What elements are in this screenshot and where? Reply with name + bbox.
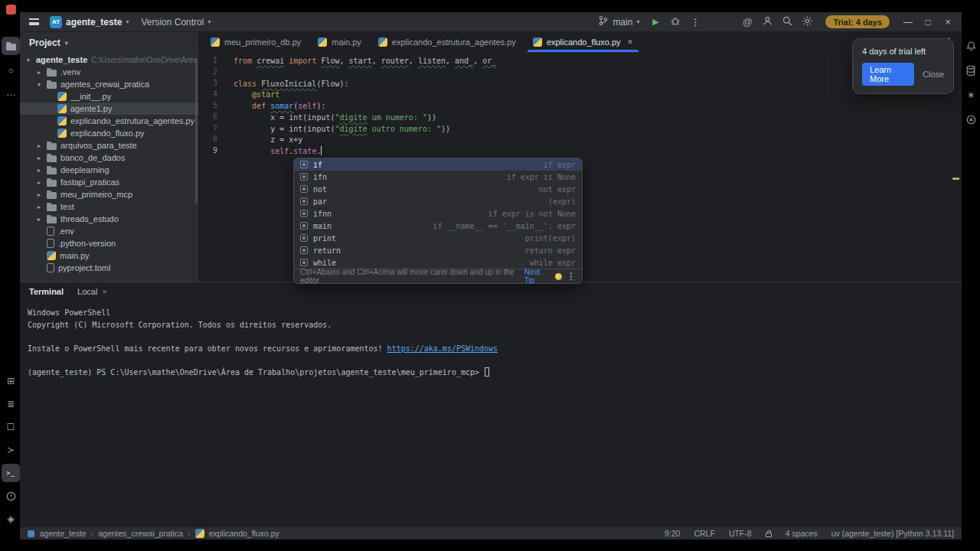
minimize-button[interactable]: — — [899, 14, 917, 31]
line-number[interactable]: 8 — [199, 135, 217, 146]
run-button[interactable]: ▶ — [646, 14, 665, 31]
tree-item-agente1.py[interactable]: agente1.py — [20, 103, 198, 115]
code-with-me-button[interactable] — [758, 14, 776, 31]
tree-item-main.py[interactable]: main.py — [20, 249, 198, 262]
line-number[interactable]: 5 — [199, 101, 217, 112]
kebab-icon[interactable]: ⋮ — [567, 271, 576, 282]
main-menu-button[interactable] — [24, 14, 43, 31]
code-line[interactable]: x = int(input("digite um numero: ")) — [234, 112, 496, 124]
vcs-widget[interactable]: Version Control ▾ — [136, 14, 216, 31]
statusbar-widget-icon[interactable] — [28, 530, 34, 537]
tab-meu_primeiro_db.py[interactable]: meu_primeiro_db.py — [202, 32, 309, 52]
tree-item-agentes_crewai_pratica[interactable]: ▾agentes_crewai_pratica — [20, 78, 198, 90]
tree-item-.venv[interactable]: ▸.venv — [20, 66, 198, 78]
settings-button[interactable] — [798, 14, 816, 31]
inspection-marker[interactable] — [952, 178, 959, 180]
tree-item-threads_estudo[interactable]: ▸threads_estudo — [20, 213, 198, 225]
completion-item-not[interactable]: notnot expr — [294, 183, 582, 195]
project-icon[interactable] — [2, 37, 20, 55]
status-indent[interactable]: 4 spaces — [786, 529, 818, 538]
tab-explicando_estrutura_agentes.py[interactable]: explicando_estrutura_agentes.py — [370, 32, 524, 52]
debug-button[interactable] — [666, 14, 684, 31]
completion-item-if[interactable]: ifif expr — [294, 158, 582, 171]
database-icon[interactable] — [962, 61, 980, 80]
line-number[interactable]: 3 — [199, 79, 217, 90]
breadcrumb-item-explicando_fluxo.py[interactable]: explicando_fluxo.py — [209, 529, 279, 538]
close-trial-popup-button[interactable]: Close — [923, 70, 944, 79]
python-console-icon[interactable]: ≻ — [2, 441, 20, 459]
terminal-link[interactable]: https://aka.ms/PSWindows — [387, 344, 498, 353]
tree-item-pyproject.toml[interactable]: pyproject.toml — [20, 262, 198, 274]
bookmarks-icon[interactable]: ☐ — [2, 418, 20, 436]
commit-icon[interactable]: ○ — [2, 61, 20, 80]
project-widget[interactable]: AT agente_teste ▾ — [44, 14, 134, 31]
status-cursor-position[interactable]: 9:20 — [665, 529, 680, 538]
line-number[interactable]: 2 — [199, 67, 217, 79]
code-line[interactable]: y = int(input("digite outro numero: ")) — [234, 124, 496, 135]
tree-item-arquivos_para_teste[interactable]: ▸arquivos_para_teste — [20, 139, 198, 152]
search-everywhere-button[interactable] — [778, 14, 796, 31]
tree-item-fastapi_praticas[interactable]: ▸fastapi_praticas — [20, 176, 198, 188]
code-line[interactable]: @start — [234, 90, 496, 101]
python-packages-icon[interactable]: ⊞ — [2, 372, 20, 390]
tree-item-.env[interactable]: .env — [20, 225, 198, 237]
code-line[interactable]: self.state. — [234, 146, 496, 158]
tree-item-__init__.py[interactable]: __init__.py — [20, 90, 198, 103]
line-number[interactable]: 9 — [199, 146, 217, 158]
code-line[interactable] — [234, 67, 496, 79]
more-tool-windows-icon[interactable]: ⋯ — [2, 86, 20, 104]
close-icon[interactable]: × — [102, 287, 106, 296]
completion-item-print[interactable]: printprint(expr) — [294, 232, 582, 244]
line-number[interactable]: 6 — [199, 112, 217, 124]
status-encoding[interactable]: UTF-8 — [729, 529, 752, 538]
code-line[interactable]: class FluxoInicial(Flow): — [234, 79, 496, 90]
tree-item-test[interactable]: ▸test — [20, 201, 198, 213]
tree-item-explicando_fluxo.py[interactable]: explicando_fluxo.py — [20, 127, 198, 139]
close-button[interactable]: × — [939, 14, 957, 31]
breadcrumb-item-agente_teste[interactable]: agente_teste — [40, 529, 87, 538]
line-number[interactable]: 4 — [199, 90, 217, 101]
learn-more-button[interactable]: Learn More — [862, 63, 914, 86]
completion-item-main[interactable]: mainif __name__ == '__main__': expr — [294, 220, 582, 232]
code-line[interactable]: from crewai import Flow, start, router, … — [234, 56, 496, 67]
tree-item-.python-version[interactable]: .python-version — [20, 237, 198, 249]
more-actions-button[interactable]: ⋮ — [686, 14, 704, 31]
project-scrollbar[interactable] — [195, 58, 198, 204]
status-interpreter[interactable]: uv (agente_teste) [Python 3.13.11] — [831, 529, 954, 538]
tree-item-agente_teste[interactable]: ▾agente_testeC:\Users\mathe\OneDrive\Áre… — [20, 54, 198, 66]
tree-item-explicando_estrutura_agentes.py[interactable]: explicando_estrutura_agentes.py — [20, 115, 198, 127]
line-number[interactable]: 7 — [199, 124, 217, 135]
ai-assistant-icon[interactable]: ∗ — [962, 86, 980, 104]
next-tip-link[interactable]: Next Tip — [524, 268, 550, 284]
tree-item-banco_de_dados[interactable]: ▸banco_de_dados — [20, 152, 198, 164]
terminal-icon[interactable]: >_ — [2, 464, 20, 482]
line-number[interactable]: 1 — [199, 56, 217, 67]
learn-features-icon[interactable] — [962, 110, 980, 129]
terminal-tab-local[interactable]: Local × — [77, 287, 107, 296]
code-area[interactable]: from crewai import Flow, start, router, … — [234, 56, 496, 158]
ai-button[interactable]: @ — [738, 14, 756, 31]
completion-item-ifnn[interactable]: ifnnif expr is not None — [294, 207, 582, 220]
trial-badge[interactable]: Trial: 4 days — [825, 15, 890, 28]
structure-icon[interactable]: ≣ — [2, 395, 20, 413]
completion-item-return[interactable]: returnreturn expr — [294, 244, 582, 256]
services-icon[interactable]: ◈ — [2, 510, 20, 528]
tree-item-deeplearning[interactable]: ▸deeplearning — [20, 164, 198, 176]
terminal-output[interactable]: Windows PowerShellCopyright (C) Microsof… — [20, 301, 962, 384]
lock-icon[interactable] — [766, 533, 772, 537]
notifications-icon[interactable] — [962, 37, 980, 55]
code-line[interactable]: def somar(self): — [234, 101, 496, 112]
tree-item-meu_primeiro_mcp[interactable]: ▸meu_primeiro_mcp — [20, 188, 198, 201]
tab-main.py[interactable]: main.py — [309, 32, 370, 52]
close-icon[interactable]: × — [628, 37, 633, 47]
maximize-button[interactable]: □ — [919, 14, 937, 31]
status-line-separator[interactable]: CRLF — [694, 529, 714, 538]
completion-item-par[interactable]: par(expr) — [294, 195, 582, 207]
terminal-cursor[interactable] — [485, 367, 489, 377]
project-panel-header[interactable]: Project ▾ — [20, 32, 198, 54]
breadcrumb-item-agentes_crewai_pratica[interactable]: agentes_crewai_pratica — [98, 529, 183, 538]
terminal-title[interactable]: Terminal — [29, 287, 64, 296]
problems-icon[interactable] — [2, 487, 20, 505]
branch-widget[interactable]: main ▾ — [593, 14, 645, 31]
tab-explicando_fluxo.py[interactable]: explicando_fluxo.py× — [524, 32, 642, 52]
